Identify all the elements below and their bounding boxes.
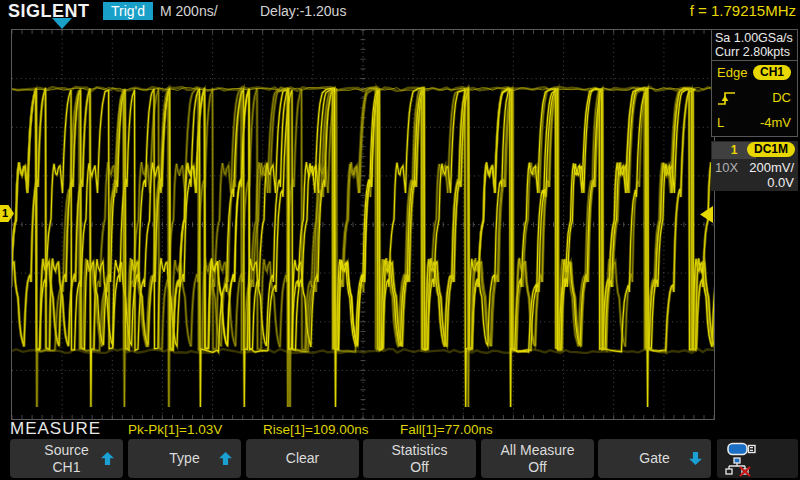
chevron-down-icon bbox=[689, 452, 702, 465]
measurement-fall: Fall[1]=77.00ns bbox=[400, 422, 493, 437]
memory-depth: Curr 2.80kpts bbox=[715, 45, 794, 59]
trigger-type-row: Edge CH1 bbox=[712, 61, 797, 86]
delay-readout: Delay:-1.20us bbox=[260, 3, 346, 19]
softkey-source[interactable]: Source CH1 bbox=[10, 439, 123, 478]
status-icons-panel bbox=[717, 439, 798, 478]
chevron-up-icon bbox=[101, 452, 114, 465]
trigger-level-label: L bbox=[717, 115, 724, 130]
softkey-type[interactable]: Type bbox=[128, 439, 241, 478]
trigger-status-badge: Trig'd bbox=[103, 2, 153, 20]
softkey-all-measure[interactable]: All Measure Off bbox=[481, 439, 594, 478]
sample-rate: Sa 1.00GSa/s bbox=[715, 31, 794, 45]
measure-title: MEASURE bbox=[10, 419, 101, 439]
timebase-readout: M 200ns/ bbox=[160, 3, 218, 19]
lan-disconnected-icon bbox=[725, 457, 751, 480]
siglent-logo: SIGLENT bbox=[8, 1, 90, 22]
acquisition-info-box: Sa 1.00GSa/s Curr 2.80kpts bbox=[711, 29, 798, 61]
trigger-source-badge: CH1 bbox=[753, 64, 791, 80]
softkey-clear[interactable]: Clear bbox=[246, 439, 359, 478]
probe-attenuation: 10X bbox=[715, 160, 738, 175]
trigger-type: Edge bbox=[717, 65, 747, 80]
measurement-pkpk: Pk-Pk[1]=1.03V bbox=[128, 422, 222, 437]
channel-coupling-badge: DC1M bbox=[747, 142, 795, 157]
measurement-rise: Rise[1]=109.00ns bbox=[263, 422, 368, 437]
header-bar: SIGLENT Trig'd M 200ns/ Delay:-1.20us f … bbox=[0, 0, 800, 24]
trigger-coupling: DC bbox=[772, 90, 791, 105]
vertical-scale: 200mV/ bbox=[749, 160, 794, 175]
frequency-counter: f = 1.79215MHz bbox=[690, 2, 796, 19]
waveform-display bbox=[12, 30, 714, 419]
trigger-level-row: L -4mV bbox=[712, 111, 797, 136]
channel1-info-box: 1 DC1M 10X 200mV/ 0.0V bbox=[711, 141, 798, 191]
trigger-info-box: Edge CH1 DC L -4mV bbox=[711, 60, 798, 137]
softkey-statistics[interactable]: Statistics Off bbox=[363, 439, 476, 478]
trigger-slope-row: DC bbox=[712, 86, 797, 111]
trigger-level-value: -4mV bbox=[760, 115, 791, 130]
rising-edge-icon bbox=[717, 90, 737, 110]
vertical-offset: 0.0V bbox=[767, 175, 794, 190]
softkey-gate[interactable]: Gate bbox=[598, 439, 711, 478]
graticule bbox=[11, 29, 715, 420]
chevron-up-icon bbox=[219, 452, 232, 465]
